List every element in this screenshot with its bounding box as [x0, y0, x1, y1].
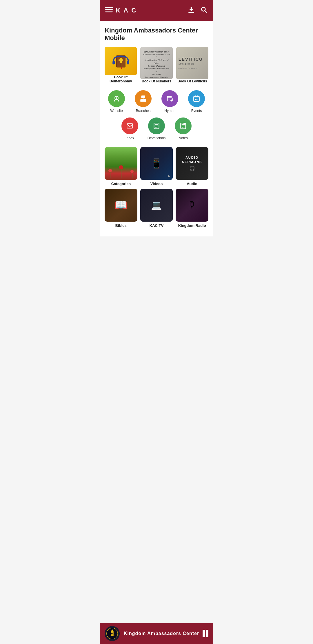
svg-rect-2	[105, 12, 113, 12]
book-label-numbers: Book Of Numbers	[142, 79, 171, 83]
app-header: K A C	[100, 0, 213, 21]
book-card-deuteronomy[interactable]: Book Of Deuteronomy	[105, 47, 137, 83]
events-label: Events	[191, 109, 202, 113]
svg-rect-36	[155, 126, 158, 126]
svg-rect-37	[155, 127, 157, 128]
events-icon-circle	[188, 90, 205, 107]
media-image-kingdom-radio: 🎙	[176, 189, 208, 222]
nav-item-website[interactable]: Website	[105, 90, 128, 113]
svg-rect-41	[182, 127, 184, 128]
nav-item-inbox[interactable]: Inbox	[118, 117, 142, 140]
nav-item-branches[interactable]: Branches	[131, 90, 155, 113]
inbox-icon-circle	[121, 117, 138, 134]
hymns-icon-circle	[161, 90, 178, 107]
branches-label: Branches	[136, 109, 151, 113]
svg-rect-3	[188, 12, 194, 13]
svg-rect-13	[121, 67, 122, 69]
svg-rect-31	[195, 99, 196, 100]
media-label-videos: Videos	[150, 182, 163, 186]
media-label-kactv: KAC TV	[150, 223, 163, 228]
svg-rect-32	[196, 99, 197, 100]
nav-item-notes[interactable]: Notes	[171, 117, 195, 140]
hymns-label: Hymns	[164, 109, 175, 113]
media-label-bibles: Bibles	[115, 223, 127, 228]
book-image-numbers: These are the commands the Moses on Moun…	[140, 47, 172, 79]
media-card-audio[interactable]: AUDIO SERMONS 🎧 Audio	[176, 147, 208, 186]
svg-rect-40	[182, 126, 185, 126]
svg-rect-29	[195, 96, 196, 97]
numbers-text: These are the commands the Moses on Moun…	[140, 47, 172, 79]
media-card-kingdom-radio[interactable]: 🎙 Kingdom Radio	[176, 189, 208, 228]
svg-rect-12	[127, 61, 129, 64]
media-image-videos: 📱 ▶	[140, 147, 173, 180]
app-title: K A C	[116, 7, 137, 14]
media-card-kactv[interactable]: 💻 KAC TV	[140, 189, 173, 228]
media-card-bibles[interactable]: 📖 Bibles	[105, 189, 137, 228]
media-grid-row2: 📖 Bibles 💻 KAC TV 🎙 Kingdom Radio	[105, 189, 208, 228]
media-label-audio: Audio	[187, 182, 197, 186]
svg-rect-11	[112, 61, 115, 64]
svg-rect-10	[119, 59, 123, 61]
svg-point-15	[116, 97, 117, 99]
svg-rect-22	[167, 97, 172, 98]
website-label: Website	[110, 109, 123, 113]
media-image-categories	[105, 147, 137, 180]
devotionals-icon-circle	[148, 117, 165, 134]
search-icon[interactable]	[200, 6, 208, 15]
icon-grid-row1: Website Branches	[105, 90, 208, 113]
inbox-label: Inbox	[125, 136, 134, 140]
svg-rect-20	[143, 99, 146, 100]
svg-rect-19	[141, 99, 143, 100]
book-card-numbers[interactable]: These are the commands the Moses on Moun…	[140, 47, 172, 83]
book-label-leviticus: Book Of Leviticus	[177, 79, 207, 83]
download-icon[interactable]	[188, 6, 195, 15]
book-label-deuteronomy: Book Of Deuteronomy	[105, 75, 137, 83]
svg-rect-24	[167, 96, 168, 101]
main-content: Kingdom Ambassadors Center Mobile	[100, 21, 213, 236]
audio-text-line1: AUDIO	[185, 156, 199, 159]
svg-rect-21	[167, 96, 172, 97]
svg-rect-35	[155, 124, 158, 125]
branches-icon-circle	[135, 90, 152, 107]
header-right	[188, 6, 208, 15]
book-image-deuteronomy	[105, 47, 137, 75]
header-left: K A C	[105, 6, 137, 15]
media-grid-row1: Categories 📱 ▶ Videos AUDIO SERMONS 🎧 Au…	[105, 147, 208, 186]
nav-item-devotionals[interactable]: Devotionals	[145, 117, 168, 140]
website-icon-circle	[108, 90, 125, 107]
svg-rect-23	[167, 99, 170, 99]
nav-item-hymns[interactable]: Hymns	[158, 90, 182, 113]
media-card-videos[interactable]: 📱 ▶ Videos	[140, 147, 173, 186]
svg-rect-26	[172, 98, 173, 101]
media-image-audio: AUDIO SERMONS 🎧	[176, 147, 208, 180]
media-label-categories: Categories	[111, 182, 131, 186]
svg-rect-28	[194, 98, 199, 98]
media-label-kingdom-radio: Kingdom Radio	[178, 223, 206, 228]
svg-rect-16	[140, 100, 146, 102]
book-card-leviticus[interactable]: LEVITICU 1445–1407 BC Holiness to the Lo…	[176, 47, 208, 83]
svg-rect-18	[143, 98, 143, 99]
icon-grid-row2: Inbox Devotionals	[105, 117, 208, 140]
media-image-kactv: 💻	[140, 189, 173, 222]
devotionals-label: Devotionals	[148, 136, 166, 140]
svg-rect-17	[141, 96, 145, 98]
svg-rect-30	[197, 96, 198, 97]
audio-text-line2: SERMONS	[182, 160, 202, 164]
svg-rect-27	[194, 97, 199, 102]
page-title: Kingdom Ambassadors Center Mobile	[105, 27, 208, 42]
svg-rect-1	[105, 9, 113, 10]
media-card-categories[interactable]: Categories	[105, 147, 137, 186]
svg-line-5	[205, 10, 207, 12]
notes-icon-circle	[175, 117, 192, 134]
menu-icon[interactable]	[105, 6, 113, 15]
notes-label: Notes	[179, 136, 188, 140]
svg-rect-33	[127, 124, 133, 128]
book-image-leviticus: LEVITICU 1445–1407 BC Holiness to the Lo…	[176, 47, 208, 79]
nav-item-events[interactable]: Events	[185, 90, 208, 113]
books-grid: Book Of Deuteronomy These are the comman…	[105, 47, 208, 83]
svg-rect-0	[105, 7, 113, 8]
media-image-bibles: 📖	[105, 189, 137, 222]
